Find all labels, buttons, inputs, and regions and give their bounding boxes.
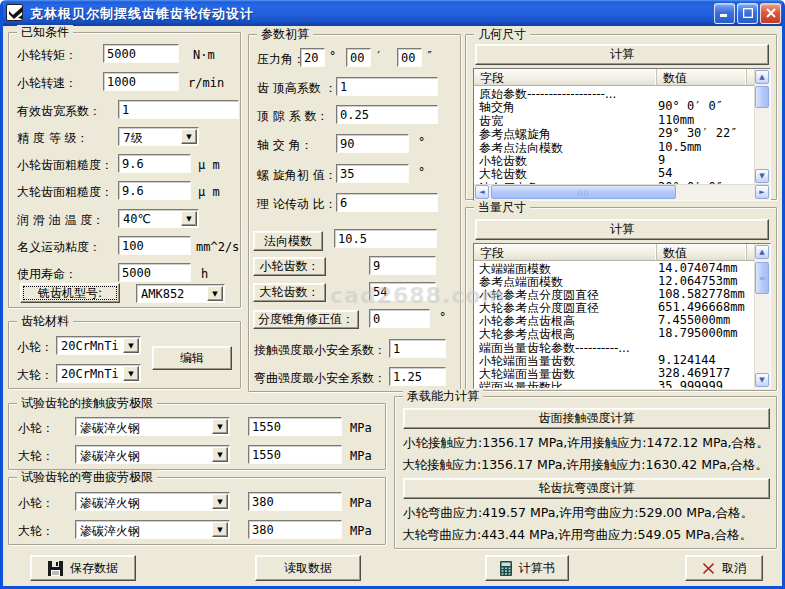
table-row[interactable]: 原始参数------------------... [474, 86, 754, 99]
bending-strength-calc-button[interactable]: 轮齿抗弯强度计算 [403, 478, 770, 499]
table-row[interactable]: 端面当量齿轮参数----------... [474, 340, 754, 353]
table-row[interactable]: 参考点端面模数12.064753mm [474, 274, 754, 287]
chevron-down-icon[interactable]: ▼ [207, 286, 223, 301]
table-row[interactable]: 大端端面模数14.074074mm [474, 261, 754, 274]
sf-min-label: 弯曲强度最小安全系数： [254, 371, 386, 385]
cancel-button[interactable]: 取消 [685, 555, 763, 581]
edit-material-button[interactable]: 编辑 [152, 346, 232, 370]
normal-module-button[interactable]: 法向模数 [253, 231, 323, 251]
chevron-down-icon[interactable]: ▼ [181, 211, 197, 226]
helix-input[interactable] [336, 164, 409, 183]
title-bar[interactable]: 克林根贝尔制摆线齿锥齿轮传动设计 [0, 0, 785, 26]
sf-min-input[interactable] [389, 367, 446, 386]
table-row[interactable]: 大轮齿数54 [474, 166, 754, 179]
maximize-button[interactable] [737, 3, 758, 24]
torque-input[interactable] [103, 44, 179, 63]
contact-big-steel-select[interactable]: 渗碳淬火钢 ▼ [75, 445, 230, 464]
roughness2-unit: μ m [198, 185, 220, 199]
table-row[interactable]: 大轮端面当量齿数328.469177 [474, 366, 754, 379]
speed-label: 小轮转速： [17, 76, 77, 90]
chevron-down-icon[interactable]: ▼ [123, 366, 139, 381]
table-row[interactable]: 小轮参考点分度圆直径108.582778mm [474, 287, 754, 300]
report-label: 计算书 [519, 560, 555, 577]
close-button[interactable] [760, 3, 781, 24]
contact-big-input[interactable] [248, 445, 342, 464]
chevron-down-icon[interactable]: ▼ [212, 522, 228, 537]
table-row[interactable]: 轴交角90° 0′ 0″ [474, 99, 754, 112]
column-header-value[interactable]: 数值 [657, 244, 747, 260]
life-input[interactable] [118, 263, 191, 282]
contact-small-input[interactable] [248, 417, 342, 436]
table-row[interactable]: 大轮参考点齿根高18.795000mm [474, 326, 754, 339]
cone-correction-button[interactable]: 分度锥角修正值： [253, 310, 359, 329]
table-row[interactable]: 参考点法向模数10.5mm [474, 140, 754, 153]
column-header-value[interactable]: 数值 [657, 69, 747, 85]
table-row[interactable]: 小轮参考点齿根高7.455000mm [474, 313, 754, 326]
scrollbar-thumb[interactable]: ≡ [755, 262, 769, 294]
report-button[interactable]: 计算书 [485, 555, 569, 581]
table-row[interactable]: 大轮参考点分度圆直径651.496668mm [474, 300, 754, 313]
chevron-down-icon[interactable]: ▼ [212, 419, 228, 434]
viscosity-input[interactable] [118, 236, 191, 255]
chevron-down-icon[interactable]: ▼ [181, 129, 197, 144]
chevron-down-icon[interactable]: ▼ [123, 338, 139, 353]
save-data-button[interactable]: 保存数据 [30, 555, 136, 581]
pressure-sec-input[interactable] [397, 48, 422, 67]
scroll-down-icon[interactable]: ▼ [755, 169, 769, 183]
table-row[interactable]: 小轮端面当量齿数9.124144 [474, 353, 754, 366]
machine-model-select[interactable]: AMK852 ▼ [136, 284, 225, 303]
scroll-down-icon[interactable]: ▼ [755, 373, 769, 387]
table-row[interactable]: 齿宽110mm [474, 113, 754, 126]
bending-big-input[interactable] [248, 520, 342, 539]
facewidth-input[interactable] [118, 100, 239, 119]
scrollbar-thumb[interactable] [755, 86, 769, 108]
oiltemp-select[interactable]: 40℃ ▼ [118, 209, 199, 228]
contact-small-steel-select[interactable]: 渗碳淬火钢 ▼ [75, 417, 230, 436]
cone-correction-input[interactable] [369, 309, 430, 328]
chevron-down-icon[interactable]: ▼ [212, 494, 228, 509]
equivalent-calc-button[interactable]: 计算 [475, 219, 769, 240]
normal-module-input[interactable] [334, 229, 437, 248]
scroll-up-icon[interactable]: ▲ [755, 70, 769, 84]
table-row[interactable]: 小轮齿数9 [474, 153, 754, 166]
table-row[interactable]: 端面当量齿数比35.999999 [474, 379, 754, 388]
minimize-button[interactable] [714, 3, 735, 24]
geometry-vertical-scrollbar[interactable]: ▲ ▼ [754, 69, 770, 184]
speed-input[interactable] [103, 72, 179, 91]
roughness2-input[interactable] [118, 181, 191, 200]
addendum-input[interactable] [336, 77, 438, 96]
bending-small-steel-select[interactable]: 渗碳淬火钢 ▼ [75, 492, 230, 511]
geometry-horizontal-scrollbar[interactable]: ◄ |||| ► [474, 184, 770, 200]
big-teeth-input[interactable] [369, 282, 436, 301]
scroll-right-icon[interactable]: ► [755, 185, 769, 199]
scroll-left-icon[interactable]: ◄ [475, 185, 489, 199]
sh-min-input[interactable] [389, 339, 446, 358]
chevron-down-icon[interactable]: ▼ [212, 447, 228, 462]
group-equivalent: 当量尺寸 计算 字段 数值 大端端面模数14.074074mm参考点端面模数12… [465, 207, 777, 391]
big-teeth-button[interactable]: 大轮齿数： [253, 283, 326, 302]
scrollbar-thumb[interactable]: |||| [491, 185, 676, 199]
column-header-field[interactable]: 字段 [474, 244, 657, 260]
small-teeth-button[interactable]: 小轮齿数： [253, 257, 326, 276]
scroll-up-icon[interactable]: ▲ [755, 245, 769, 259]
bending-small-input[interactable] [248, 492, 342, 511]
contact-strength-calc-button[interactable]: 齿面接触强度计算 [403, 408, 770, 429]
geometry-rows: 原始参数------------------...轴交角90° 0′ 0″齿宽1… [474, 86, 754, 184]
roughness1-input[interactable] [118, 154, 191, 173]
equivalent-vertical-scrollbar[interactable]: ▲ ≡ ▼ [754, 244, 770, 388]
clearance-input[interactable] [336, 105, 438, 124]
column-header-field[interactable]: 字段 [474, 69, 657, 85]
geometry-calc-button[interactable]: 计算 [475, 44, 769, 65]
material-big-select[interactable]: 20CrMnTi ▼ [56, 364, 141, 383]
load-data-button[interactable]: 读取数据 [255, 555, 361, 581]
bending-big-steel-select[interactable]: 渗碳淬火钢 ▼ [75, 520, 230, 539]
material-small-select[interactable]: 20CrMnTi ▼ [56, 336, 141, 355]
small-teeth-input[interactable] [369, 256, 436, 275]
ratio-input[interactable] [336, 193, 438, 212]
machine-model-button[interactable]: 铣齿机型号: [20, 283, 120, 303]
table-row[interactable]: 参考点螺旋角29° 30′ 22″ [474, 126, 754, 139]
precision-select[interactable]: 7级 ▼ [118, 127, 199, 146]
pressure-deg-input[interactable] [300, 48, 325, 67]
pressure-min-input[interactable] [346, 48, 371, 67]
shaft-angle-input[interactable] [336, 134, 409, 153]
